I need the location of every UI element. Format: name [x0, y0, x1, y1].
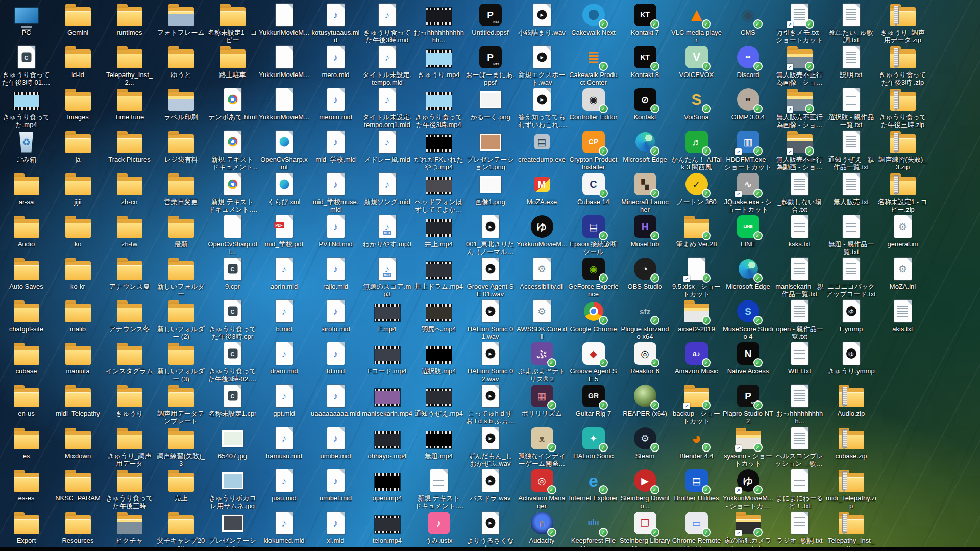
desktop-icon[interactable]: 井上ドラム.mp4: [413, 255, 464, 297]
desktop-icon[interactable]: プレゼンテーション1.png: [464, 128, 516, 170]
desktop-icon[interactable]: 死にたい_ゅ歌詞.txt: [825, 1, 877, 43]
desktop-icon[interactable]: レジ袋有料: [155, 128, 207, 170]
desktop-icon[interactable]: 名称未設定1 - コピー.zip: [877, 170, 928, 213]
desktop-icon[interactable]: かるーく.png: [464, 86, 516, 128]
desktop-icon[interactable]: ✦✓HALion Sonic: [568, 424, 619, 467]
desktop-icon[interactable]: きゅうり食ってた午後3時-02.cpr: [207, 340, 258, 382]
desktop-icon[interactable]: ıılıı✓Keepforest File Manager: [568, 509, 619, 551]
desktop-icon[interactable]: Groove Agent SE 01.wav: [464, 255, 516, 297]
desktop-icon[interactable]: 選択肢.mp4: [413, 340, 464, 382]
desktop-icon[interactable]: きゅうり食ってた午後三時.zip: [877, 86, 928, 128]
desktop-icon[interactable]: 最新: [155, 213, 207, 255]
desktop-icon[interactable]: chatgpt-site: [1, 297, 52, 340]
desktop-icon[interactable]: 001_東北きりたん（ノーマル）_今じゃ...: [464, 213, 516, 255]
desktop-icon[interactable]: ⚙Accessibility.dll: [516, 255, 568, 297]
desktop-icon[interactable]: akis.txt: [877, 297, 928, 340]
desktop-icon[interactable]: ko: [52, 213, 104, 255]
desktop-icon[interactable]: ∿✓↗JQuake.exe - ショートカット: [722, 170, 774, 213]
desktop-icon[interactable]: ◎✓Activation Manager: [516, 467, 568, 509]
desktop-icon[interactable]: Telepathy_Inst_2...: [104, 43, 155, 86]
desktop-icon[interactable]: 新規 テキスト ドキュメント.musicxml: [413, 467, 464, 509]
desktop-icon[interactable]: 調声練習(失敗)_3: [155, 424, 207, 467]
desktop-icon[interactable]: ♪uaaaaaaaaa.mid: [310, 382, 361, 424]
desktop-icon[interactable]: ♪kiokumed.mid: [258, 509, 310, 551]
desktop-icon[interactable]: midi_Telepathy.zip: [825, 467, 877, 509]
desktop-icon[interactable]: Track Pictures: [104, 128, 155, 170]
desktop-icon[interactable]: 無題 - 親作品一覧.txt: [825, 213, 877, 255]
desktop-icon[interactable]: ♪無題のスコア.mp3: [361, 255, 413, 297]
desktop-icon[interactable]: F.ymmp: [825, 297, 877, 340]
desktop-icon[interactable]: 路上駐車: [207, 43, 258, 86]
desktop-icon[interactable]: フォトフレーム: [155, 1, 207, 43]
desktop-icon[interactable]: バスドラ.wav: [464, 467, 516, 509]
desktop-icon[interactable]: ♻ごみ箱: [1, 128, 52, 170]
desktop-icon[interactable]: runtimes: [104, 1, 155, 43]
desktop-icon[interactable]: F.mp4: [361, 297, 413, 340]
desktop-icon[interactable]: ᴥ✓孤独なインディーゲーム開発者の一生 ...: [516, 424, 568, 467]
desktop-icon[interactable]: ♪新規ソング.mid: [361, 170, 413, 213]
desktop-icon[interactable]: きゅうり_調声用データ.zip: [877, 1, 928, 43]
desktop-icon[interactable]: ♪PVTNd.mid: [310, 213, 361, 255]
desktop-icon[interactable]: くらび.xml: [258, 170, 310, 213]
desktop-icon[interactable]: 新規エクスポート.wav: [516, 43, 568, 86]
desktop-icon[interactable]: こってゅh d すお f d s b ふぉ.wav: [464, 382, 516, 424]
desktop-icon[interactable]: S✓MuseScore Studio 4: [722, 297, 774, 340]
desktop-icon[interactable]: 新規 テキスト ドキュメント.html: [207, 170, 258, 213]
desktop-icon[interactable]: ✓Microsoft Edge: [619, 128, 671, 170]
desktop-icon[interactable]: Images: [52, 86, 104, 128]
desktop-icon[interactable]: ▤createdump.exe: [516, 128, 568, 170]
desktop-icon[interactable]: 9.cpr: [207, 255, 258, 297]
desktop-icon[interactable]: NKSC_PARAM: [52, 467, 104, 509]
desktop-icon[interactable]: ▤✓Brother Utilities: [671, 467, 722, 509]
desktop-icon[interactable]: ピクチャ: [104, 509, 155, 551]
desktop-icon[interactable]: ✓↗無人販売不正行為動画 - ショートカット: [774, 128, 825, 170]
desktop-icon[interactable]: ✓REAPER (x64): [619, 382, 671, 424]
desktop-icon[interactable]: きゅうり食ってた午後3時.cpr: [207, 297, 258, 340]
desktop-icon[interactable]: ◆✓Groove Agent SE 5: [568, 340, 619, 382]
desktop-icon[interactable]: en-us: [1, 382, 52, 424]
desktop-icon[interactable]: Pおーばーまにあ.ppsf: [464, 43, 516, 86]
desktop-icon[interactable]: 営業日変更: [155, 170, 207, 213]
desktop-icon[interactable]: ⊘✓Kontakt: [619, 86, 671, 128]
desktop-icon[interactable]: 新規 テキスト ドキュメント (2).html: [207, 128, 258, 170]
desktop-icon[interactable]: おっhhhhhhhhhhhh...: [413, 1, 464, 43]
desktop-icon[interactable]: ♪rajio.mid: [310, 255, 361, 297]
desktop-icon[interactable]: 調声練習(失敗)_3.zip: [877, 128, 928, 170]
desktop-icon[interactable]: ラベル印刷: [155, 86, 207, 128]
desktop-icon[interactable]: manisekarin - 親作品一覧.txt: [774, 255, 825, 297]
taskbar[interactable]: [0, 547, 980, 551]
desktop-icon[interactable]: Audio.zip: [825, 382, 877, 424]
desktop-icon[interactable]: テンポあて.html: [207, 86, 258, 128]
desktop-icon[interactable]: よりうるさくなった.wav: [464, 509, 516, 551]
desktop-icon[interactable]: 説明.txt: [825, 43, 877, 86]
desktop-icon[interactable]: open - 親作品一覧.txt: [774, 297, 825, 340]
desktop-icon[interactable]: V✓VOICEVOX: [671, 43, 722, 86]
desktop-icon[interactable]: Gemini: [52, 1, 104, 43]
desktop-icon[interactable]: 新しいフォルダー: [155, 255, 207, 297]
desktop-icon[interactable]: PC: [1, 1, 52, 43]
desktop-icon[interactable]: ♪meroin.mid: [310, 86, 361, 128]
desktop-icon[interactable]: ♪sirofo.mid: [310, 297, 361, 340]
desktop-icon[interactable]: ♪メドレー風.mid: [361, 128, 413, 170]
desktop-icon[interactable]: es: [1, 424, 52, 467]
desktop-icon[interactable]: YukkuriMovieM...: [258, 43, 310, 86]
desktop-icon[interactable]: ◉✓GeForce Experience: [568, 255, 619, 297]
desktop-icon[interactable]: ♪mid_学校.mid: [310, 128, 361, 170]
desktop-icon[interactable]: だれだFXいれたやつ.mp4: [413, 128, 464, 170]
desktop-icon[interactable]: ♪わかりやす.mp3: [361, 213, 413, 255]
desktop-icon[interactable]: ✓↗syasinn - ショートカット: [722, 424, 774, 467]
desktop-icon[interactable]: 新しいフォルダー (2): [155, 297, 207, 340]
desktop-icon[interactable]: 小銭詰まり.wav: [516, 1, 568, 43]
desktop-icon[interactable]: ゆうと: [155, 43, 207, 86]
desktop-icon[interactable]: ニコニコバックアップコード.txt: [825, 255, 877, 297]
desktop-icon[interactable]: ✓↗backup - ショートカット: [671, 382, 722, 424]
desktop-icon[interactable]: zh-cn: [104, 170, 155, 213]
desktop-icon[interactable]: ✓筆まめ Ver.28: [671, 213, 722, 255]
desktop-icon[interactable]: ♪umibe.mid: [310, 424, 361, 467]
desktop-icon[interactable]: きゅうり.mp4: [413, 43, 464, 86]
desktop-icon[interactable]: ••✓Discord: [722, 43, 774, 86]
desktop-icon[interactable]: ◕✓Blender 4.4: [671, 424, 722, 467]
desktop-icon[interactable]: ◎✓Reaktor 6: [619, 340, 671, 382]
desktop-icon[interactable]: C✓Cubase 14: [568, 170, 619, 213]
desktop-icon[interactable]: ohhayo-.mp4: [361, 424, 413, 467]
